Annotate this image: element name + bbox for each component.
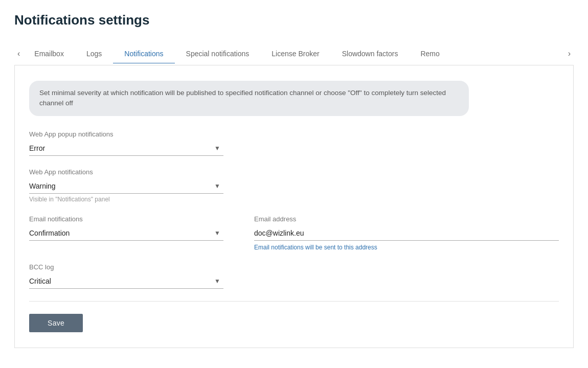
tab-license-broker[interactable]: License Broker (260, 44, 330, 63)
tab-slowdown-factors[interactable]: Slowdown factors (331, 44, 410, 63)
divider (29, 301, 559, 302)
web-app-select-wrapper: Off Confirmation Warning Error Critical … (29, 179, 223, 194)
web-app-row: Web App notifications Off Confirmation W… (29, 168, 559, 203)
web-app-popup-select-wrapper: Off Confirmation Warning Error Critical … (29, 141, 223, 156)
tabs-prev-button[interactable]: ‹ (14, 42, 23, 65)
bcc-log-select[interactable]: Off Confirmation Warning Error Critical (29, 274, 223, 289)
tab-emailbox[interactable]: Emailbox (23, 44, 75, 63)
email-address-group: Email address Email notifications will b… (254, 215, 559, 251)
web-app-hint: Visible in "Notifications" panel (29, 196, 559, 203)
email-notifications-group: Email notifications Off Confirmation War… (29, 215, 223, 251)
content-area: Set minimal severity at which notificati… (14, 65, 574, 348)
page-title: Notifications settings (14, 12, 574, 28)
web-app-popup-label: Web App popup notifications (29, 130, 559, 138)
info-text: Set minimal severity at which notificati… (39, 89, 446, 107)
chevron-right-icon: › (568, 49, 571, 58)
email-address-hint: Email notifications will be sent to this… (254, 244, 559, 251)
info-box: Set minimal severity at which notificati… (29, 81, 469, 116)
web-app-popup-select[interactable]: Off Confirmation Warning Error Critical (29, 141, 223, 156)
bcc-log-select-wrapper: Off Confirmation Warning Error Critical … (29, 274, 223, 289)
web-app-label: Web App notifications (29, 168, 559, 176)
email-row: Email notifications Off Confirmation War… (29, 215, 559, 251)
web-app-select[interactable]: Off Confirmation Warning Error Critical (29, 179, 223, 194)
tab-logs[interactable]: Logs (75, 44, 113, 63)
page-wrapper: Notifications settings ‹ Emailbox Logs N… (0, 0, 588, 368)
email-select[interactable]: Off Confirmation Warning Error Critical (29, 226, 223, 241)
chevron-left-icon: ‹ (17, 49, 20, 58)
bcc-log-label: BCC log (29, 263, 559, 271)
tabs-container: ‹ Emailbox Logs Notifications Special no… (14, 42, 574, 65)
save-button[interactable]: Save (29, 314, 83, 332)
email-address-label: Email address (254, 215, 559, 223)
email-select-wrapper: Off Confirmation Warning Error Critical … (29, 226, 223, 241)
tab-special-notifications[interactable]: Special notifications (175, 44, 261, 63)
tabs-list: Emailbox Logs Notifications Special noti… (23, 44, 564, 63)
web-app-popup-row: Web App popup notifications Off Confirma… (29, 130, 559, 156)
tab-remo[interactable]: Remo (409, 44, 450, 63)
tabs-next-button[interactable]: › (565, 42, 574, 65)
email-notifications-label: Email notifications (29, 215, 223, 223)
bcc-log-row: BCC log Off Confirmation Warning Error C… (29, 263, 559, 289)
email-address-input[interactable] (254, 226, 559, 241)
tab-notifications[interactable]: Notifications (113, 44, 174, 63)
